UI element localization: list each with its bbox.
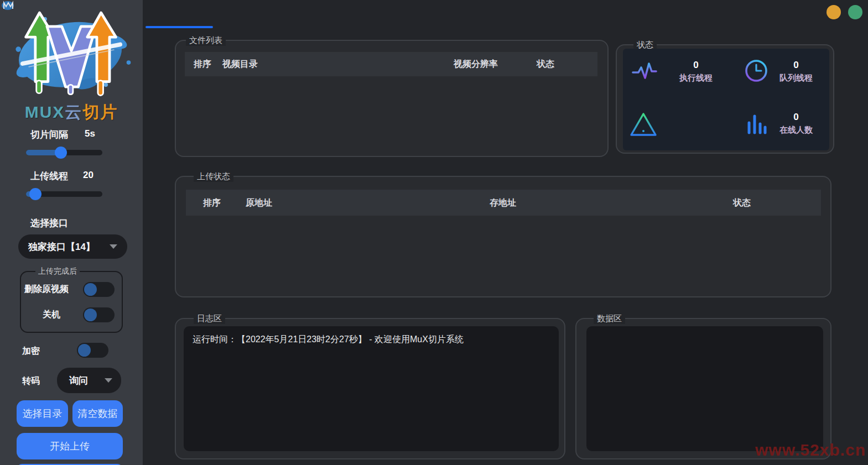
file-list-col-directory[interactable]: 视频目录 — [222, 59, 258, 70]
slice-interval-slider[interactable] — [26, 150, 102, 155]
upload-threads-label: 上传线程 — [30, 170, 68, 182]
toggle-knob — [84, 309, 97, 321]
app-window: MUX云切片 切片间隔 5s 上传线程 20 选择接口 独家接口【14】 上传完… — [0, 0, 868, 465]
file-list-col-resolution[interactable]: 视频分辨率 — [454, 59, 498, 70]
stat-value: 0 — [763, 112, 829, 123]
encrypt-label: 加密 — [22, 346, 40, 357]
file-list-legend: 文件列表 — [186, 35, 226, 46]
transcode-label: 转码 — [22, 375, 40, 387]
file-list-header: 排序 视频目录 视频分辨率 状态 — [185, 52, 597, 76]
upload-col-sort[interactable]: 排序 — [203, 197, 221, 208]
chevron-down-icon — [105, 378, 112, 383]
file-list-col-sort[interactable]: 排序 — [194, 59, 211, 70]
app-title-yun: 云 — [65, 103, 82, 121]
upload-threads-value: 20 — [83, 170, 93, 181]
interface-select-label: 选择接口 — [30, 217, 68, 229]
upload-col-source[interactable]: 原地址 — [246, 197, 272, 208]
stat-queue-threads: 0 队列线程 — [763, 60, 829, 83]
log-output[interactable]: 运行时间：【2022年5月21日23时2分27秒】 - 欢迎使用MuX切片系统 — [184, 326, 559, 451]
stat-value: 0 — [763, 60, 829, 71]
app-title: MUX云切片 — [0, 101, 143, 124]
transcode-value: 询问 — [69, 374, 88, 387]
log-legend: 日志区 — [194, 314, 225, 324]
watermark: www.52xb.cn — [755, 441, 866, 459]
stat-online-users: 0 在线人数 — [763, 112, 829, 135]
minimize-button[interactable] — [827, 5, 841, 19]
upload-status-legend: 上传状态 — [194, 171, 233, 182]
data-area-output[interactable] — [586, 326, 823, 451]
interface-select-value: 独家接口【14】 — [28, 241, 95, 253]
shutdown-toggle[interactable] — [83, 307, 115, 322]
upload-status-header: 排序 原地址 存地址 状态 — [186, 190, 821, 216]
sidebar: MUX云切片 切片间隔 5s 上传线程 20 选择接口 独家接口【14】 上传完… — [0, 0, 143, 465]
upload-col-status[interactable]: 状态 — [733, 197, 751, 208]
slider-thumb[interactable] — [55, 147, 67, 159]
delete-source-label: 删除原视频 — [24, 284, 69, 295]
file-list-group: 文件列表 排序 视频目录 视频分辨率 状态 — [175, 40, 609, 157]
after-upload-group: 上传完成后 删除原视频 关机 — [20, 271, 123, 333]
stat-label: 队列线程 — [763, 73, 829, 83]
close-button[interactable] — [848, 5, 862, 19]
slider-thumb[interactable] — [29, 188, 41, 200]
mux-logo — [8, 3, 135, 98]
status-panel: 0 执行线程 0 队列线程 — [623, 49, 829, 150]
app-title-slice: 切片 — [82, 103, 118, 121]
stat-value: 0 — [663, 60, 729, 71]
chevron-down-icon — [110, 244, 117, 249]
upload-threads-slider[interactable] — [26, 191, 102, 197]
file-list-col-status[interactable]: 状态 — [537, 59, 554, 70]
warning-icon — [628, 111, 658, 138]
toggle-knob — [78, 344, 91, 357]
stat-exec-threads: 0 执行线程 — [663, 60, 729, 83]
data-area-legend: 数据区 — [594, 314, 625, 324]
active-tab-indicator[interactable] — [145, 26, 213, 28]
clear-data-button[interactable]: 清空数据 — [72, 400, 123, 427]
upload-status-group: 上传状态 排序 原地址 存地址 状态 — [175, 176, 831, 297]
app-title-mux: MUX — [25, 103, 65, 121]
stat-label: 执行线程 — [663, 73, 729, 83]
delete-source-toggle[interactable] — [83, 282, 115, 297]
select-directory-button[interactable]: 选择目录 — [17, 400, 68, 427]
encrypt-toggle[interactable] — [77, 343, 108, 358]
interface-select-dropdown[interactable]: 独家接口【14】 — [18, 234, 127, 259]
slice-interval-label: 切片间隔 — [30, 128, 68, 141]
upload-col-target[interactable]: 存地址 — [490, 197, 516, 208]
after-upload-legend: 上传完成后 — [35, 267, 80, 276]
status-group: 状态 0 执行线程 0 队列线程 — [616, 44, 834, 154]
log-line: 运行时间：【2022年5月21日23时2分27秒】 - 欢迎使用MuX切片系统 — [193, 334, 464, 346]
data-area-group: 数据区 — [575, 318, 831, 459]
start-upload-button[interactable]: 开始上传 — [17, 433, 123, 459]
toggle-knob — [84, 283, 97, 296]
transcode-dropdown[interactable]: 询问 — [57, 368, 121, 393]
slice-interval-value: 5s — [85, 128, 95, 139]
pulse-icon — [631, 58, 658, 84]
log-group: 日志区 运行时间：【2022年5月21日23时2分27秒】 - 欢迎使用MuX切… — [175, 318, 565, 459]
titlebar-logo-icon — [1, 0, 15, 11]
stat-label: 在线人数 — [763, 125, 829, 135]
shutdown-label: 关机 — [43, 309, 60, 321]
